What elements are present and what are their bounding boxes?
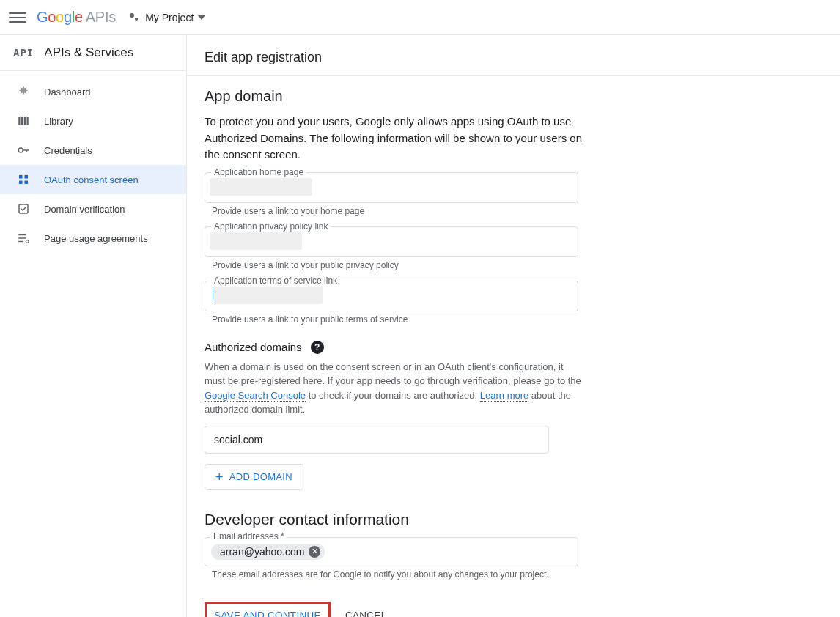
field-label: Application terms of service link: [211, 276, 340, 286]
field-label: Application home page: [211, 167, 306, 177]
svg-point-10: [26, 240, 29, 243]
privacy-link-field[interactable]: Application privacy policy link: [205, 226, 578, 257]
check-badge-icon: [16, 202, 31, 216]
button-label: ADD DOMAIN: [229, 471, 292, 482]
svg-rect-7: [19, 181, 23, 185]
tos-link-field[interactable]: Application terms of service link: [205, 281, 578, 311]
app-domain-description: To protect you and your users, Google on…: [205, 114, 586, 163]
svg-rect-9: [19, 204, 28, 213]
svg-rect-2: [24, 117, 26, 125]
dashboard-icon: [16, 84, 31, 99]
svg-point-4: [18, 148, 23, 152]
key-icon: [16, 143, 31, 158]
svg-rect-1: [21, 117, 23, 125]
svg-rect-5: [19, 175, 23, 179]
sidebar-item-domain-verification[interactable]: Domain verification: [0, 194, 186, 223]
svg-rect-3: [27, 117, 29, 125]
remove-chip-icon[interactable]: ✕: [309, 546, 320, 558]
authorized-domains-help: When a domain is used on the consent scr…: [205, 360, 586, 417]
field-help: Provide users a link to your public priv…: [212, 260, 770, 270]
redacted-value: [210, 232, 302, 250]
sidebar-header[interactable]: API APIs & Services: [0, 35, 186, 71]
sidebar: API APIs & Services Dashboard Library Cr…: [0, 35, 187, 617]
add-domain-button[interactable]: + ADD DOMAIN: [205, 464, 303, 490]
section-heading-app-domain: App domain: [205, 88, 770, 105]
redacted-value: [210, 178, 312, 196]
sidebar-item-label: Library: [44, 116, 73, 127]
cancel-button[interactable]: CANCEL: [345, 610, 387, 618]
chevron-down-icon: [198, 15, 205, 20]
library-icon: [16, 114, 31, 128]
sidebar-title: APIs & Services: [44, 45, 133, 60]
section-heading-developer-contact: Developer contact information: [205, 511, 770, 528]
field-help: Provide users a link to your public term…: [212, 314, 770, 325]
sidebar-item-label: Dashboard: [44, 86, 91, 97]
project-icon: [128, 11, 141, 24]
sidebar-item-label: Domain verification: [44, 204, 125, 215]
sidebar-item-oauth-consent[interactable]: OAuth consent screen: [0, 165, 186, 194]
page-title: Edit app registration: [187, 35, 840, 76]
top-bar: Google APIs My Project: [0, 0, 840, 35]
sidebar-item-library[interactable]: Library: [0, 106, 186, 136]
menu-icon[interactable]: [9, 9, 26, 26]
field-help: These email addresses are for Google to …: [212, 569, 770, 580]
email-addresses-field[interactable]: arran@yahoo.com ✕: [205, 537, 578, 566]
svg-rect-0: [18, 117, 20, 125]
google-apis-logo[interactable]: Google APIs: [37, 9, 116, 26]
domain-value: social.com: [214, 434, 262, 446]
redacted-value: [214, 287, 323, 304]
home-page-field[interactable]: Application home page: [205, 172, 578, 203]
text-cursor: [213, 289, 213, 302]
sidebar-item-label: Page usage agreements: [44, 233, 148, 244]
project-name: My Project: [145, 12, 194, 23]
svg-rect-6: [25, 175, 29, 179]
sidebar-item-label: OAuth consent screen: [44, 174, 139, 185]
help-icon[interactable]: ?: [311, 341, 324, 354]
sidebar-item-label: Credentials: [44, 145, 92, 156]
email-chip: arran@yahoo.com ✕: [211, 544, 325, 560]
field-label: Email addresses *: [210, 531, 287, 542]
api-logo-icon: API: [13, 47, 34, 59]
plus-icon: +: [215, 470, 224, 484]
sidebar-item-dashboard[interactable]: Dashboard: [0, 77, 186, 106]
sidebar-item-page-usage[interactable]: Page usage agreements: [0, 223, 186, 253]
search-console-link[interactable]: Google Search Console: [205, 390, 306, 402]
consent-icon: [16, 172, 31, 187]
section-heading-authorized-domains: Authorized domains: [205, 341, 302, 353]
agreements-icon: [16, 231, 31, 245]
field-help: Provide users a link to your home page: [212, 206, 770, 216]
sidebar-item-credentials[interactable]: Credentials: [0, 136, 186, 165]
svg-rect-8: [25, 181, 29, 185]
learn-more-link[interactable]: Learn more: [480, 390, 528, 402]
authorized-domain-input[interactable]: social.com: [205, 426, 549, 454]
main-panel: Edit app registration App domain To prot…: [187, 35, 840, 617]
project-selector[interactable]: My Project: [128, 11, 205, 24]
field-label: Application privacy policy link: [211, 221, 331, 232]
chip-label: arran@yahoo.com: [220, 546, 304, 558]
save-and-continue-button[interactable]: SAVE AND CONTINUE: [205, 602, 331, 618]
